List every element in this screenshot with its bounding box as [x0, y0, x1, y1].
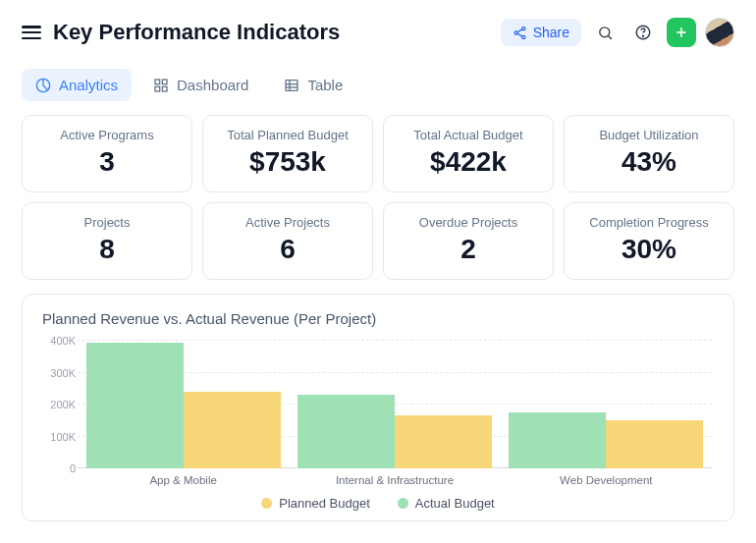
- plus-icon: [674, 25, 689, 40]
- legend-item-planned: Planned Budget: [261, 496, 370, 511]
- svg-point-1: [514, 30, 517, 33]
- search-icon: [597, 25, 614, 41]
- svg-rect-11: [155, 80, 160, 84]
- kpi-label: Active Projects: [213, 215, 362, 230]
- table-icon: [284, 78, 299, 93]
- page-header: Key Performance Indicators Share: [22, 18, 734, 47]
- view-tabs: Analytics Dashboard Table: [22, 69, 734, 101]
- y-tick: 100K: [38, 431, 76, 443]
- add-button[interactable]: [667, 18, 696, 47]
- legend-item-actual: Actual Budget: [398, 496, 495, 511]
- y-tick: 0: [38, 462, 76, 474]
- page-title: Key Performance Indicators: [53, 20, 340, 45]
- bar-actual: [297, 395, 395, 468]
- chart-plot-area: 400K 300K 200K 100K 0: [78, 341, 712, 468]
- kpi-card: Active Programs 3: [22, 115, 192, 192]
- x-tick-label: Internal & Infrastructure: [289, 474, 500, 486]
- bar-planned: [184, 392, 281, 468]
- help-button[interactable]: [628, 18, 658, 47]
- kpi-card: Completion Progress 30%: [564, 202, 734, 280]
- kpi-label: Budget Utilization: [574, 128, 724, 142]
- kpi-label: Active Programs: [32, 128, 182, 142]
- kpi-card: Total Planned Budget $753k: [202, 115, 373, 192]
- bar-planned: [606, 420, 703, 468]
- avatar[interactable]: [705, 18, 734, 47]
- header-actions: Share: [501, 18, 734, 47]
- svg-line-3: [517, 28, 522, 31]
- kpi-card: Budget Utilization 43%: [564, 115, 734, 192]
- bar-planned: [395, 415, 492, 468]
- kpi-label: Overdue Projects: [394, 215, 543, 230]
- svg-point-8: [643, 35, 644, 36]
- kpi-value: 8: [32, 234, 182, 265]
- kpi-value: 2: [394, 234, 543, 265]
- tab-analytics[interactable]: Analytics: [22, 69, 132, 101]
- kpi-card: Projects 8: [22, 202, 192, 280]
- share-button[interactable]: Share: [501, 19, 581, 46]
- legend-label: Actual Budget: [415, 496, 495, 511]
- bar-group: [78, 341, 289, 468]
- legend-label: Planned Budget: [279, 496, 370, 511]
- kpi-value: 30%: [574, 234, 724, 265]
- kpi-card: Overdue Projects 2: [383, 202, 554, 280]
- bar-actual: [86, 343, 184, 468]
- tab-label: Dashboard: [177, 77, 248, 93]
- kpi-value: 43%: [574, 146, 724, 178]
- kpi-value: 6: [213, 234, 362, 265]
- tab-table[interactable]: Table: [270, 69, 356, 101]
- tab-label: Table: [307, 77, 343, 93]
- kpi-label: Total Planned Budget: [213, 128, 362, 142]
- x-tick-label: App & Mobile: [78, 474, 289, 486]
- kpi-card: Total Actual Budget $422k: [383, 115, 554, 192]
- kpi-label: Total Actual Budget: [394, 128, 543, 142]
- y-tick: 300K: [38, 367, 76, 379]
- menu-icon[interactable]: [22, 26, 41, 39]
- chart-y-axis: 400K 300K 200K 100K 0: [38, 341, 76, 468]
- share-label: Share: [533, 25, 569, 40]
- y-tick: 400K: [38, 335, 76, 347]
- chart-card: Planned Revenue vs. Actual Revenue (Per …: [22, 294, 734, 521]
- dashboard-icon: [153, 78, 169, 93]
- kpi-grid: Active Programs 3 Total Planned Budget $…: [22, 115, 734, 280]
- chart-title: Planned Revenue vs. Actual Revenue (Per …: [42, 310, 718, 327]
- kpi-value: 3: [32, 146, 182, 178]
- svg-line-4: [517, 33, 522, 36]
- svg-rect-12: [162, 80, 167, 84]
- legend-swatch-icon: [398, 498, 408, 509]
- svg-rect-14: [162, 86, 167, 91]
- analytics-icon: [35, 78, 51, 93]
- search-button[interactable]: [590, 18, 620, 47]
- kpi-card: Active Projects 6: [202, 202, 373, 280]
- kpi-label: Projects: [32, 215, 182, 230]
- chart-bars: [78, 341, 712, 468]
- tab-dashboard[interactable]: Dashboard: [139, 69, 262, 101]
- svg-rect-15: [286, 80, 297, 90]
- x-tick-label: Web Development: [501, 474, 712, 486]
- svg-rect-13: [155, 86, 160, 91]
- kpi-value: $753k: [213, 146, 362, 178]
- svg-point-5: [599, 27, 609, 36]
- kpi-label: Completion Progress: [574, 215, 724, 230]
- bar-group: [501, 341, 712, 468]
- legend-swatch-icon: [261, 498, 272, 509]
- bar-actual: [509, 412, 606, 468]
- kpi-value: $422k: [394, 146, 543, 178]
- svg-point-2: [521, 35, 524, 38]
- svg-point-0: [521, 27, 524, 29]
- y-tick: 200K: [38, 399, 76, 410]
- bar-group: [289, 341, 500, 468]
- chart-x-axis: App & MobileInternal & InfrastructureWeb…: [78, 474, 712, 486]
- share-icon: [513, 26, 527, 40]
- svg-line-6: [608, 35, 611, 38]
- chart-legend: Planned Budget Actual Budget: [38, 496, 718, 511]
- help-icon: [634, 24, 652, 41]
- tab-label: Analytics: [59, 77, 118, 93]
